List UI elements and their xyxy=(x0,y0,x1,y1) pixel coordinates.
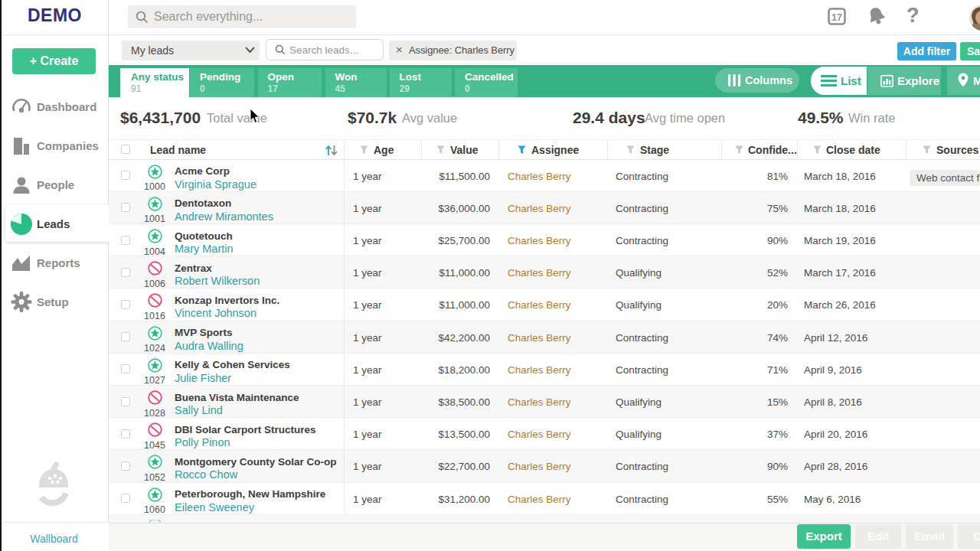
svg-text:17: 17 xyxy=(831,12,842,23)
